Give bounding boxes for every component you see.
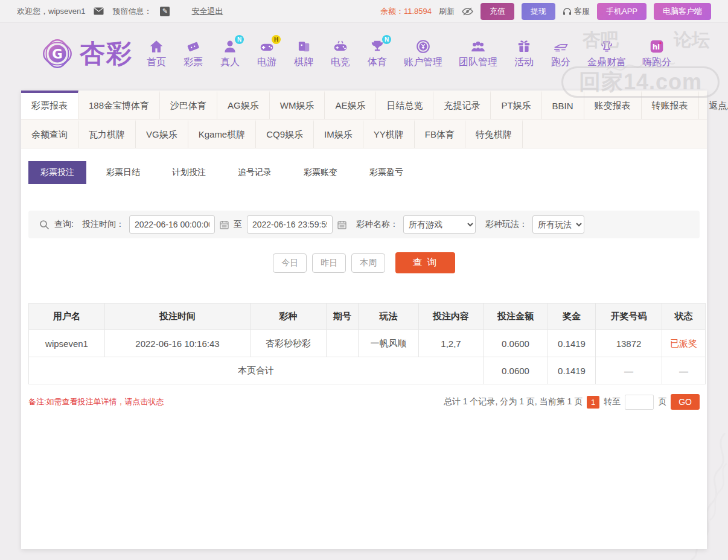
logout-link[interactable]: 安全退出 bbox=[191, 6, 223, 17]
subtab-chase-records[interactable]: 追号记录 bbox=[226, 161, 284, 184]
column-header: 投注内容 bbox=[419, 304, 484, 330]
tab-wali-chess[interactable]: 瓦力棋牌 bbox=[78, 119, 136, 148]
tab-lottery-report[interactable]: 彩票报表 bbox=[21, 91, 78, 119]
nav-item-chess[interactable]: 棋牌 bbox=[293, 39, 314, 69]
current-page-button[interactable]: 1 bbox=[587, 396, 599, 409]
eye-off-icon[interactable] bbox=[462, 7, 473, 16]
nav-item-esports[interactable]: 电竞 bbox=[330, 39, 351, 69]
nav-item-wealth[interactable]: 金鼎财富 bbox=[587, 39, 626, 69]
tab-im[interactable]: IM娱乐 bbox=[314, 119, 363, 148]
mobile-app-button[interactable]: 手机APP bbox=[597, 3, 647, 20]
nav-item-label: 真人 bbox=[220, 56, 240, 69]
topbar: 欢迎您，wipseven1 预留信息： ✎ 安全退出 余额：11.8594 刷新… bbox=[0, 0, 728, 23]
nav-item-live[interactable]: N 真人 bbox=[220, 39, 240, 69]
nav-item-lottery[interactable]: 彩票 bbox=[183, 39, 203, 69]
headphones-icon bbox=[563, 7, 572, 16]
tab-shaba-sports[interactable]: 沙巴体育 bbox=[160, 91, 217, 119]
welcome-text: 欢迎您，wipseven1 bbox=[17, 6, 85, 17]
svg-text:G: G bbox=[52, 46, 62, 62]
tab-balance-query[interactable]: 余额查询 bbox=[21, 119, 78, 148]
search-button[interactable]: 查 询 bbox=[395, 252, 455, 273]
subtab-lottery-pnl[interactable]: 彩票盈亏 bbox=[357, 161, 415, 184]
tab-wm[interactable]: WM娱乐 bbox=[270, 91, 325, 119]
yesterday-button[interactable]: 昨日 bbox=[312, 253, 346, 273]
nav-item-home[interactable]: 首页 bbox=[146, 39, 167, 69]
tab-fb-sports[interactable]: FB体育 bbox=[415, 119, 465, 148]
speed-icon bbox=[552, 39, 570, 54]
go-button[interactable]: GO bbox=[671, 394, 700, 410]
cards-icon bbox=[295, 39, 313, 54]
lottery-name-label: 彩种名称： bbox=[356, 219, 398, 230]
lottery-name-select[interactable]: 所有游戏 bbox=[403, 215, 476, 234]
calendar-icon[interactable] bbox=[220, 220, 229, 229]
subtab-plan-bets[interactable]: 计划投注 bbox=[160, 161, 218, 184]
pc-client-button[interactable]: 电脑客户端 bbox=[654, 3, 711, 20]
envelope-icon[interactable] bbox=[94, 7, 104, 15]
recharge-button[interactable]: 充值 bbox=[481, 3, 514, 20]
today-button[interactable]: 今日 bbox=[273, 253, 307, 273]
nav-item-sports[interactable]: N 体育 bbox=[367, 39, 388, 69]
play-type-select[interactable]: 所有玩法 bbox=[532, 215, 584, 234]
play-type-label: 彩种玩法： bbox=[485, 219, 528, 230]
subtab-lottery-account-change[interactable]: 彩票账变 bbox=[292, 161, 350, 184]
nav-item-account[interactable]: 账户管理 bbox=[404, 39, 442, 69]
nav-item-label: 跑分 bbox=[551, 56, 570, 69]
table-row: wipseven12022-06-16 10:16:43杏彩秒秒彩一帆风顺1,2… bbox=[29, 330, 706, 357]
tab-188-sports[interactable]: 188金宝博体育 bbox=[78, 91, 160, 119]
withdraw-button[interactable]: 提现 bbox=[522, 3, 555, 20]
live-person-icon: N bbox=[221, 39, 239, 54]
refresh-link[interactable]: 刷新 bbox=[439, 6, 455, 17]
nav-item-label: 彩票 bbox=[184, 56, 203, 69]
table-cell: 13872 bbox=[596, 330, 662, 357]
column-header: 投注金额 bbox=[484, 304, 548, 330]
tab-yy-chess[interactable]: YY棋牌 bbox=[363, 119, 415, 148]
nav-item-hipaofen[interactable]: hi 嗨跑分 bbox=[642, 39, 671, 69]
calendar-icon[interactable] bbox=[337, 220, 346, 229]
tab-deposit-records[interactable]: 充提记录 bbox=[433, 91, 491, 119]
summary-row: 本页合计0.06000.1419—— bbox=[29, 357, 706, 384]
goto-label: 转至 bbox=[604, 396, 621, 407]
status-link[interactable]: 已派奖 bbox=[670, 338, 697, 348]
tab-kgame[interactable]: Kgame棋牌 bbox=[188, 119, 257, 148]
query-bar: 查询: 投注时间： 至 彩种名称： 所有游戏 彩种玩法： 所有玩法 bbox=[28, 211, 700, 238]
column-header: 奖金 bbox=[548, 304, 596, 330]
goto-page-input[interactable] bbox=[625, 395, 654, 410]
nav-item-team[interactable]: 团队管理 bbox=[459, 39, 497, 69]
badge-h: H bbox=[272, 35, 281, 44]
tab-ag[interactable]: AG娱乐 bbox=[217, 91, 270, 119]
tab-pt[interactable]: PT娱乐 bbox=[491, 91, 541, 119]
tab-account-change[interactable]: 账变报表 bbox=[584, 91, 642, 119]
nav-item-activity[interactable]: 活动 bbox=[514, 39, 534, 69]
nav-item-label: 金鼎财富 bbox=[587, 56, 626, 69]
subtab-lottery-daily[interactable]: 彩票日结 bbox=[94, 161, 152, 184]
message-label: 预留信息： bbox=[112, 6, 152, 17]
service-link[interactable]: 客服 bbox=[563, 6, 590, 17]
tab-rebate-total[interactable]: 返点总额 bbox=[699, 91, 728, 119]
home-icon bbox=[147, 39, 165, 54]
brand[interactable]: G 杏彩 bbox=[40, 36, 133, 71]
trophy-icon: N bbox=[368, 39, 386, 54]
badge-n: N bbox=[235, 35, 244, 44]
edit-pencil-icon[interactable]: ✎ bbox=[160, 7, 170, 16]
main-nav: 首页 彩票 N 真人 H 电游 棋牌 电竞 N 体育 bbox=[146, 39, 671, 69]
tab-vg[interactable]: VG娱乐 bbox=[136, 119, 188, 148]
search-icon bbox=[39, 220, 49, 230]
bet-time-from-input[interactable] bbox=[129, 215, 215, 234]
nav-item-label: 团队管理 bbox=[459, 56, 497, 69]
table-cell: 0.1419 bbox=[548, 330, 596, 357]
table-cell: 一帆风顺 bbox=[359, 330, 419, 357]
tab-transfer-report[interactable]: 转账报表 bbox=[642, 91, 699, 119]
bet-time-to-input[interactable] bbox=[247, 215, 333, 234]
tab-daily-summary[interactable]: 日结总览 bbox=[376, 91, 433, 119]
nav-item-paofen[interactable]: 跑分 bbox=[551, 39, 571, 69]
nav-item-egame[interactable]: H 电游 bbox=[257, 39, 277, 69]
this-week-button[interactable]: 本周 bbox=[351, 253, 385, 273]
tab-ae[interactable]: AE娱乐 bbox=[325, 91, 376, 119]
tab-tetu-chess[interactable]: 特兔棋牌 bbox=[465, 119, 523, 148]
table-cell: 1,2,7 bbox=[419, 330, 484, 357]
coin-icon bbox=[414, 39, 432, 54]
subtab-lottery-bets[interactable]: 彩票投注 bbox=[28, 161, 86, 184]
tab-row-1: 彩票报表188金宝博体育沙巴体育AG娱乐WM娱乐AE娱乐日结总览充提记录PT娱乐… bbox=[21, 91, 707, 119]
tab-bbin[interactable]: BBIN bbox=[542, 91, 584, 119]
tab-cq9[interactable]: CQ9娱乐 bbox=[256, 119, 314, 148]
